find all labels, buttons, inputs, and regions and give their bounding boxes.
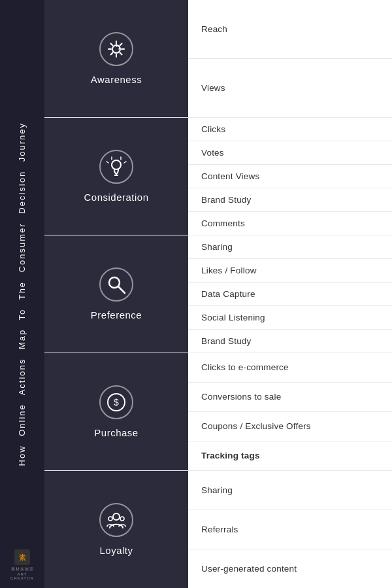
metric-item: Tracking tags <box>188 441 392 470</box>
metric-item: Reach <box>188 0 392 59</box>
metric-item: Conversions to sale <box>188 383 392 412</box>
metric-item: User-generated content <box>188 549 392 588</box>
metric-item: Data Capture <box>188 283 392 306</box>
loyalty-label: Loyalty <box>99 545 133 556</box>
loyalty-metrics: Sharing Referrals User-generated content <box>188 471 392 588</box>
svg-line-9 <box>124 162 126 163</box>
consideration-row: Consideration Clicks Votes Content Views… <box>44 118 392 235</box>
preference-icon <box>99 268 133 302</box>
metric-item: Clicks <box>188 118 392 141</box>
svg-point-3 <box>112 160 121 169</box>
metric-item: Coupons / Exclusive Offers <box>188 412 392 441</box>
consideration-stage: Consideration <box>44 118 188 235</box>
purchase-icon: $ <box>99 385 133 419</box>
purchase-metrics: Clicks to e-commerce Conversions to sale… <box>188 353 392 470</box>
metric-item: Social Listening <box>188 306 392 330</box>
loyalty-icon <box>99 503 133 537</box>
metric-item: Brand Study <box>188 188 392 212</box>
svg-line-8 <box>106 162 108 163</box>
svg-point-14 <box>113 513 120 520</box>
awareness-metrics: Reach Views <box>188 0 392 117</box>
loyalty-row: Loyalty Sharing Referrals User-generated… <box>44 471 392 588</box>
svg-point-15 <box>108 517 112 521</box>
metric-item: Content Views <box>188 165 392 188</box>
metric-item: Clicks to e-commerce <box>188 353 392 383</box>
metric-item: Sharing <box>188 235 392 259</box>
metric-item: Votes <box>188 141 392 165</box>
svg-text:素: 素 <box>19 553 26 561</box>
main-content: Awareness Reach Views Considerat <box>44 0 392 588</box>
purchase-row: $ Purchase Clicks to e-commerce Conversi… <box>44 353 392 471</box>
preference-row: Preference Sharing Likes / Follow Data C… <box>44 235 392 353</box>
purchase-stage: $ Purchase <box>44 353 188 470</box>
preference-metrics: Sharing Likes / Follow Data Capture Soci… <box>188 235 392 353</box>
preference-label: Preference <box>91 309 142 320</box>
sidebar-logo: 素 素材实验室ART CREATOR <box>10 549 34 580</box>
awareness-stage: Awareness <box>44 0 188 117</box>
sidebar-title: How Online Actions Map To The Consumer D… <box>16 122 29 466</box>
metric-item: Likes / Follow <box>188 259 392 283</box>
metric-item: Views <box>188 59 392 117</box>
svg-text:$: $ <box>114 397 119 407</box>
metric-item: Brand Study <box>188 330 392 353</box>
sidebar: How Online Actions Map To The Consumer D… <box>0 0 44 588</box>
metric-item: Sharing <box>188 471 392 510</box>
preference-stage: Preference <box>44 235 188 353</box>
awareness-label: Awareness <box>91 74 142 85</box>
awareness-icon <box>99 32 133 66</box>
logo-text: 素材实验室ART CREATOR <box>10 566 34 580</box>
consideration-metrics: Clicks Votes Content Views Brand Study C… <box>188 118 392 235</box>
awareness-row: Awareness Reach Views <box>44 0 392 118</box>
purchase-label: Purchase <box>94 427 138 438</box>
svg-point-16 <box>120 517 124 521</box>
consideration-icon <box>99 150 133 184</box>
loyalty-stage: Loyalty <box>44 471 188 588</box>
consideration-label: Consideration <box>84 192 148 203</box>
metric-item: Referrals <box>188 510 392 549</box>
svg-line-11 <box>118 286 125 293</box>
metric-item: Comments <box>188 212 392 235</box>
